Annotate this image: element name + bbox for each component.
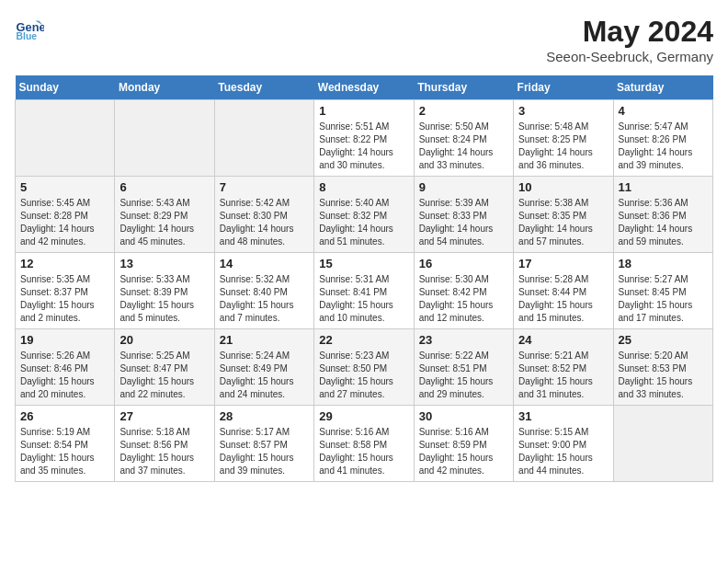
day-info: Sunrise: 5:51 AMSunset: 8:22 PMDaylight:…	[319, 121, 408, 172]
day-number: 26	[20, 409, 109, 423]
day-number: 23	[419, 333, 508, 347]
weekday-header-saturday: Saturday	[613, 75, 712, 100]
day-number: 27	[119, 409, 209, 423]
calendar-cell: 4Sunrise: 5:47 AMSunset: 8:26 PMDaylight…	[613, 100, 712, 177]
title-block: May 2024 Seeon-Seebruck, Germany	[546, 15, 713, 64]
day-number: 30	[419, 409, 508, 423]
day-info: Sunrise: 5:43 AMSunset: 8:29 PMDaylight:…	[119, 197, 209, 248]
weekday-header-thursday: Thursday	[414, 75, 513, 100]
weekday-header-wednesday: Wednesday	[314, 75, 414, 100]
day-info: Sunrise: 5:22 AMSunset: 8:51 PMDaylight:…	[419, 350, 508, 401]
page-header: General Blue May 2024 Seeon-Seebruck, Ge…	[15, 15, 713, 64]
day-info: Sunrise: 5:32 AMSunset: 8:40 PMDaylight:…	[220, 273, 309, 325]
day-info: Sunrise: 5:27 AMSunset: 8:45 PMDaylight:…	[619, 273, 708, 325]
week-row-4: 19Sunrise: 5:26 AMSunset: 8:46 PMDayligh…	[16, 329, 713, 406]
day-number: 12	[20, 257, 109, 270]
calendar-cell: 5Sunrise: 5:45 AMSunset: 8:28 PMDaylight…	[16, 177, 115, 253]
day-info: Sunrise: 5:35 AMSunset: 8:37 PMDaylight:…	[20, 273, 109, 325]
day-number: 4	[619, 104, 708, 118]
calendar-cell: 17Sunrise: 5:28 AMSunset: 8:44 PMDayligh…	[514, 253, 613, 329]
day-number: 9	[419, 180, 508, 194]
week-row-2: 5Sunrise: 5:45 AMSunset: 8:28 PMDaylight…	[16, 177, 713, 253]
logo: General Blue	[15, 15, 44, 44]
calendar-cell: 2Sunrise: 5:50 AMSunset: 8:24 PMDaylight…	[414, 100, 513, 177]
day-info: Sunrise: 5:20 AMSunset: 8:53 PMDaylight:…	[619, 350, 708, 401]
calendar-cell: 31Sunrise: 5:15 AMSunset: 9:00 PMDayligh…	[514, 406, 613, 482]
day-info: Sunrise: 5:39 AMSunset: 8:33 PMDaylight:…	[419, 197, 508, 248]
calendar-cell: 22Sunrise: 5:23 AMSunset: 8:50 PMDayligh…	[314, 329, 414, 406]
day-number: 28	[220, 409, 309, 423]
day-info: Sunrise: 5:33 AMSunset: 8:39 PMDaylight:…	[119, 273, 209, 325]
calendar-cell: 28Sunrise: 5:17 AMSunset: 8:57 PMDayligh…	[214, 406, 313, 482]
day-number: 31	[518, 409, 608, 423]
day-info: Sunrise: 5:21 AMSunset: 8:52 PMDaylight:…	[518, 350, 608, 401]
day-number: 16	[419, 257, 508, 270]
day-number: 2	[419, 104, 508, 118]
day-number: 29	[319, 409, 408, 423]
calendar-cell: 27Sunrise: 5:18 AMSunset: 8:56 PMDayligh…	[115, 406, 214, 482]
day-info: Sunrise: 5:30 AMSunset: 8:42 PMDaylight:…	[419, 273, 508, 325]
day-number: 10	[518, 180, 608, 194]
day-info: Sunrise: 5:28 AMSunset: 8:44 PMDaylight:…	[518, 273, 608, 325]
calendar-cell: 26Sunrise: 5:19 AMSunset: 8:54 PMDayligh…	[16, 406, 115, 482]
day-info: Sunrise: 5:45 AMSunset: 8:28 PMDaylight:…	[20, 197, 109, 248]
calendar-cell: 11Sunrise: 5:36 AMSunset: 8:36 PMDayligh…	[613, 177, 712, 253]
weekday-header-friday: Friday	[514, 75, 613, 100]
day-number: 25	[619, 333, 708, 347]
calendar-cell: 15Sunrise: 5:31 AMSunset: 8:41 PMDayligh…	[314, 253, 414, 329]
day-number: 18	[619, 257, 708, 270]
week-row-1: 1Sunrise: 5:51 AMSunset: 8:22 PMDaylight…	[16, 100, 713, 177]
calendar-cell: 10Sunrise: 5:38 AMSunset: 8:35 PMDayligh…	[514, 177, 613, 253]
day-info: Sunrise: 5:25 AMSunset: 8:47 PMDaylight:…	[119, 350, 209, 401]
calendar-table: SundayMondayTuesdayWednesdayThursdayFrid…	[15, 75, 713, 482]
day-info: Sunrise: 5:17 AMSunset: 8:57 PMDaylight:…	[220, 426, 309, 477]
calendar-cell: 25Sunrise: 5:20 AMSunset: 8:53 PMDayligh…	[613, 329, 712, 406]
calendar-cell: 21Sunrise: 5:24 AMSunset: 8:49 PMDayligh…	[214, 329, 313, 406]
day-info: Sunrise: 5:48 AMSunset: 8:25 PMDaylight:…	[518, 121, 608, 172]
day-info: Sunrise: 5:36 AMSunset: 8:36 PMDaylight:…	[619, 197, 708, 248]
day-number: 5	[20, 180, 109, 194]
calendar-cell: 18Sunrise: 5:27 AMSunset: 8:45 PMDayligh…	[613, 253, 712, 329]
day-number: 20	[119, 333, 209, 347]
weekday-header-tuesday: Tuesday	[214, 75, 313, 100]
calendar-cell: 3Sunrise: 5:48 AMSunset: 8:25 PMDaylight…	[514, 100, 613, 177]
calendar-cell: 20Sunrise: 5:25 AMSunset: 8:47 PMDayligh…	[115, 329, 214, 406]
day-info: Sunrise: 5:40 AMSunset: 8:32 PMDaylight:…	[319, 197, 408, 248]
weekday-header-sunday: Sunday	[16, 75, 115, 100]
day-number: 1	[319, 104, 408, 118]
calendar-cell	[214, 100, 313, 177]
calendar-cell: 6Sunrise: 5:43 AMSunset: 8:29 PMDaylight…	[115, 177, 214, 253]
calendar-cell: 23Sunrise: 5:22 AMSunset: 8:51 PMDayligh…	[414, 329, 513, 406]
calendar-cell	[16, 100, 115, 177]
day-number: 6	[119, 180, 209, 194]
day-info: Sunrise: 5:24 AMSunset: 8:49 PMDaylight:…	[220, 350, 309, 401]
day-info: Sunrise: 5:50 AMSunset: 8:24 PMDaylight:…	[419, 121, 508, 172]
day-number: 24	[518, 333, 608, 347]
day-number: 14	[220, 257, 309, 270]
day-info: Sunrise: 5:19 AMSunset: 8:54 PMDaylight:…	[20, 426, 109, 477]
calendar-cell: 30Sunrise: 5:16 AMSunset: 8:59 PMDayligh…	[414, 406, 513, 482]
day-number: 17	[518, 257, 608, 270]
calendar-cell: 19Sunrise: 5:26 AMSunset: 8:46 PMDayligh…	[16, 329, 115, 406]
day-info: Sunrise: 5:38 AMSunset: 8:35 PMDaylight:…	[518, 197, 608, 248]
calendar-cell: 1Sunrise: 5:51 AMSunset: 8:22 PMDaylight…	[314, 100, 414, 177]
location: Seeon-Seebruck, Germany	[546, 49, 713, 64]
day-number: 7	[220, 180, 309, 194]
calendar-cell: 14Sunrise: 5:32 AMSunset: 8:40 PMDayligh…	[214, 253, 313, 329]
day-info: Sunrise: 5:47 AMSunset: 8:26 PMDaylight:…	[619, 121, 708, 172]
day-number: 11	[619, 180, 708, 194]
day-info: Sunrise: 5:42 AMSunset: 8:30 PMDaylight:…	[220, 197, 309, 248]
calendar-cell: 16Sunrise: 5:30 AMSunset: 8:42 PMDayligh…	[414, 253, 513, 329]
calendar-cell	[613, 406, 712, 482]
svg-text:Blue: Blue	[17, 31, 38, 41]
logo-icon: General Blue	[15, 15, 44, 44]
calendar-cell: 13Sunrise: 5:33 AMSunset: 8:39 PMDayligh…	[115, 253, 214, 329]
day-info: Sunrise: 5:16 AMSunset: 8:58 PMDaylight:…	[319, 426, 408, 477]
month-title: May 2024	[546, 15, 713, 49]
calendar-cell: 8Sunrise: 5:40 AMSunset: 8:32 PMDaylight…	[314, 177, 414, 253]
day-number: 21	[220, 333, 309, 347]
calendar-cell	[115, 100, 214, 177]
day-number: 15	[319, 257, 408, 270]
day-info: Sunrise: 5:26 AMSunset: 8:46 PMDaylight:…	[20, 350, 109, 401]
day-number: 8	[319, 180, 408, 194]
